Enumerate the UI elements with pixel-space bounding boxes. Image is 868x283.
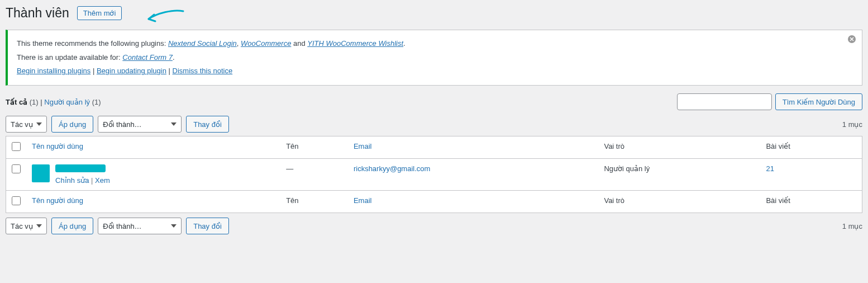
notice-line-2: There is an update available for: Contac…	[17, 51, 853, 65]
col-username-foot[interactable]: Tên người dùng	[32, 196, 83, 205]
cell-posts[interactable]: 21	[766, 164, 774, 173]
filter-all-count: (1)	[30, 98, 39, 106]
item-count-top: 1 mục	[842, 120, 862, 129]
apply-button-top[interactable]: Áp dụng	[51, 116, 93, 133]
col-role: Vai trò	[598, 136, 760, 159]
begin-install-link[interactable]: Begin installing plugins	[17, 67, 90, 75]
plugin-link-nextend[interactable]: Nextend Social Login	[168, 39, 237, 48]
col-name: Tên	[280, 136, 348, 159]
avatar	[32, 164, 50, 182]
search-input[interactable]	[677, 93, 772, 110]
arrow-annotation	[145, 8, 184, 27]
plugin-link-woocommerce[interactable]: WooCommerce	[241, 39, 291, 48]
col-email[interactable]: Email	[354, 142, 372, 150]
dismiss-notice-link[interactable]: Dismiss this notice	[173, 67, 233, 75]
col-name-foot: Tên	[280, 191, 348, 213]
bulk-action-select-top[interactable]: Tác vụ	[6, 116, 47, 133]
edit-link[interactable]: Chỉnh sửa	[55, 176, 89, 185]
cell-email[interactable]: ricksharkyy@gmail.com	[354, 164, 430, 173]
notice-text: There is an update available for:	[17, 53, 122, 62]
add-new-button[interactable]: Thêm mới	[77, 6, 122, 20]
cell-role: Người quản lý	[598, 159, 760, 191]
select-all-top[interactable]	[12, 142, 21, 151]
col-email-foot[interactable]: Email	[354, 196, 372, 205]
change-role-button-top[interactable]: Thay đổi	[186, 116, 229, 133]
item-count-bottom: 1 mục	[842, 222, 862, 230]
select-all-bottom[interactable]	[12, 196, 21, 205]
row-actions: Chỉnh sửa | Xem	[55, 176, 110, 185]
change-role-button-bottom[interactable]: Thay đổi	[186, 218, 229, 234]
notice-line-1: This theme recommends the following plug…	[17, 37, 853, 51]
notice-actions: Begin installing plugins | Begin updatin…	[17, 64, 853, 78]
username-redacted[interactable]	[55, 164, 106, 172]
table-row: Chỉnh sửa | Xem — ricksharkyy@gmail.com …	[6, 159, 862, 191]
change-role-select-bottom[interactable]: Đổi thành…	[98, 218, 182, 234]
search-button[interactable]: Tìm Kiếm Người Dùng	[775, 93, 862, 110]
filter-all[interactable]: Tất cả	[6, 98, 27, 106]
filter-admin[interactable]: Người quản lý	[44, 98, 90, 106]
plugins-notice: This theme recommends the following plug…	[6, 30, 862, 86]
change-role-select-top[interactable]: Đổi thành…	[98, 116, 182, 133]
plugin-link-cf7[interactable]: Contact Form 7	[122, 53, 173, 62]
bulk-action-select-bottom[interactable]: Tác vụ	[6, 218, 47, 234]
page-title: Thành viên	[6, 6, 69, 21]
cell-name: —	[280, 159, 348, 191]
dismiss-notice-icon[interactable]	[847, 35, 856, 46]
col-posts: Bài viết	[760, 136, 862, 159]
filter-admin-count: (1)	[92, 98, 101, 106]
row-checkbox[interactable]	[12, 164, 21, 173]
begin-update-link[interactable]: Begin updating plugin	[97, 67, 166, 75]
users-table: Tên người dùng Tên Email Vai trò Bài viế…	[6, 136, 862, 213]
notice-text: This theme recommends the following plug…	[17, 39, 168, 48]
apply-button-bottom[interactable]: Áp dụng	[51, 218, 93, 234]
col-posts-foot: Bài viết	[760, 191, 862, 213]
col-username[interactable]: Tên người dùng	[32, 142, 83, 150]
view-link[interactable]: Xem	[95, 176, 110, 185]
plugin-link-yith[interactable]: YITH WooCommerce Wishlist	[307, 39, 403, 48]
user-filters: Tất cả (1) | Người quản lý (1)	[6, 98, 101, 106]
col-role-foot: Vai trò	[598, 191, 760, 213]
